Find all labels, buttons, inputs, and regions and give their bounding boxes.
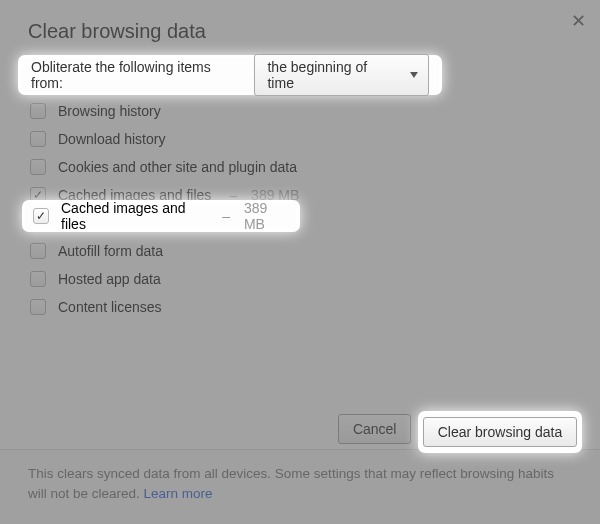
checkbox-checked[interactable] — [33, 208, 49, 224]
item-content-licenses[interactable]: Content licenses — [30, 299, 572, 315]
checkbox-unchecked[interactable] — [30, 131, 46, 147]
dash: – — [222, 208, 230, 224]
item-label: Hosted app data — [58, 271, 161, 287]
checkbox-unchecked[interactable] — [30, 299, 46, 315]
learn-more-link[interactable]: Learn more — [144, 486, 213, 501]
chevron-down-icon — [410, 72, 418, 78]
close-icon[interactable]: ✕ — [571, 12, 586, 30]
cancel-button[interactable]: Cancel — [338, 414, 412, 444]
item-download-history[interactable]: Download history — [30, 131, 572, 147]
item-label: Content licenses — [58, 299, 162, 315]
item-label: Download history — [58, 131, 165, 147]
dialog-footer: This clears synced data from all devices… — [0, 449, 600, 525]
item-label: Cookies and other site and plugin data — [58, 159, 297, 175]
clear-button[interactable]: Clear browsing data — [423, 417, 578, 447]
highlight-cached-images: Cached images and files – 389 MB — [22, 200, 300, 232]
item-label: Autofill form data — [58, 243, 163, 259]
time-range-label: Obliterate the following items from: — [31, 59, 244, 91]
item-autofill[interactable]: Autofill form data — [30, 243, 572, 259]
item-cookies[interactable]: Cookies and other site and plugin data — [30, 159, 572, 175]
time-range-dropdown[interactable]: the beginning of time — [254, 54, 429, 96]
item-label: Cached images and files — [61, 200, 204, 232]
footer-text: This clears synced data from all devices… — [28, 466, 554, 501]
checkbox-unchecked[interactable] — [30, 103, 46, 119]
checkbox-unchecked[interactable] — [30, 243, 46, 259]
checkbox-unchecked[interactable] — [30, 159, 46, 175]
item-size: 389 MB — [244, 200, 289, 232]
dialog-title: Clear browsing data — [28, 20, 572, 43]
item-label: Browsing history — [58, 103, 161, 119]
item-browsing-history[interactable]: Browsing history — [30, 103, 572, 119]
time-range-selected: the beginning of time — [267, 59, 396, 91]
highlight-clear-button: Clear browsing data — [418, 411, 582, 453]
highlight-time-range: Obliterate the following items from: the… — [18, 55, 442, 95]
item-hosted-app-data[interactable]: Hosted app data — [30, 271, 572, 287]
checkbox-unchecked[interactable] — [30, 271, 46, 287]
